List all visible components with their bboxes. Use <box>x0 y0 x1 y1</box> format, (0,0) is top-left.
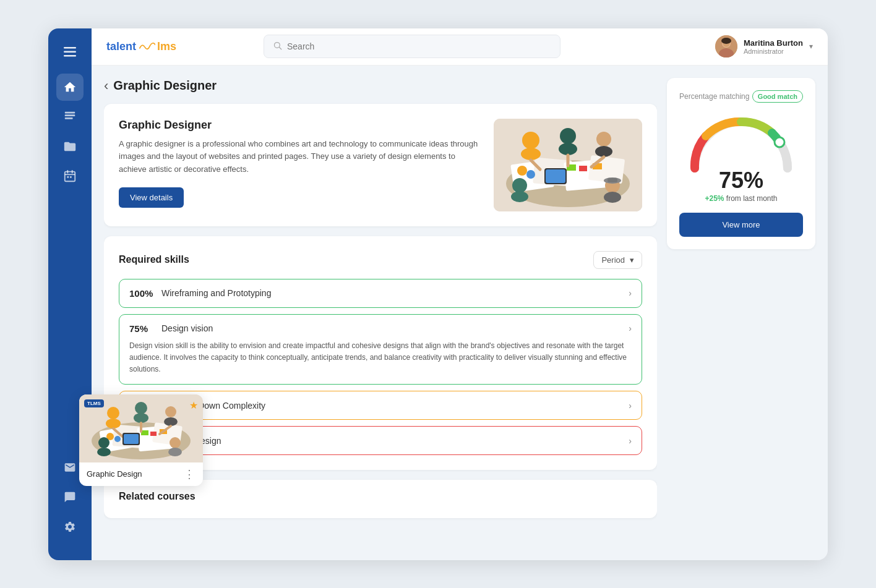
role-title: Graphic Designer <box>119 119 479 132</box>
skill-pct-wireframing: 100% <box>129 288 161 299</box>
gauge-chart <box>685 113 797 174</box>
svg-point-44 <box>721 38 731 44</box>
role-info: Graphic Designer A graphic designer is a… <box>119 119 479 208</box>
skill-row: 100% Wireframing and Prototyping › <box>129 288 632 299</box>
page-header: ‹ Graphic Designer <box>104 78 657 94</box>
svg-point-19 <box>114 436 121 442</box>
svg-rect-11 <box>70 176 72 178</box>
card-popup-image: TLMS ★ <box>79 394 203 462</box>
logo: talent lms <box>106 40 176 53</box>
svg-point-64 <box>512 178 527 193</box>
svg-point-28 <box>164 417 178 426</box>
good-match-badge: Good match <box>752 90 803 103</box>
gauge-percentage: 75% <box>719 169 763 192</box>
match-header: Percentage matching Good match <box>679 90 803 103</box>
navbar-right: Maritina Burton Administrator ▾ <box>715 35 813 58</box>
svg-rect-3 <box>65 111 75 113</box>
match-card: Percentage matching Good match <box>667 78 815 249</box>
period-select[interactable]: Period ▾ <box>593 251 642 269</box>
svg-rect-70 <box>608 178 617 182</box>
svg-point-68 <box>604 192 621 203</box>
skill-chevron-wireframing: › <box>629 288 632 298</box>
skill-chevron-breaking-down: › <box>629 401 632 411</box>
card-popup-badge: TLMS <box>84 399 104 407</box>
svg-point-25 <box>135 402 147 414</box>
skill-chevron-design-vision: › <box>629 323 632 333</box>
related-courses-title: Related courses <box>119 491 642 507</box>
page-title: Graphic Designer <box>113 79 217 93</box>
back-button[interactable]: ‹ <box>104 78 108 94</box>
view-more-button[interactable]: View more <box>679 213 803 237</box>
svg-point-62 <box>596 132 611 147</box>
svg-point-26 <box>134 413 148 423</box>
skills-header: Required skills Period ▾ <box>119 251 642 269</box>
svg-point-63 <box>595 146 612 157</box>
svg-point-32 <box>168 448 182 456</box>
sidebar-item-chat[interactable] <box>56 484 84 511</box>
card-popup-footer: Graphic Design ⋮ <box>79 462 203 486</box>
menu-icon[interactable] <box>55 38 85 69</box>
svg-rect-21 <box>150 432 157 436</box>
svg-point-27 <box>165 406 176 417</box>
search-icon <box>273 41 282 52</box>
role-description: A graphic designer is a professional who… <box>119 138 479 176</box>
card-popup-dots[interactable]: ⋮ <box>184 467 195 481</box>
role-card: Graphic Designer A graphic designer is a… <box>104 104 657 226</box>
period-label: Period <box>601 255 625 265</box>
svg-line-39 <box>279 47 281 49</box>
svg-rect-57 <box>546 169 565 183</box>
user-role: Administrator <box>744 48 803 55</box>
role-image <box>494 119 642 211</box>
svg-point-29 <box>98 437 110 448</box>
card-popup-star: ★ <box>189 399 198 411</box>
period-chevron-icon: ▾ <box>630 255 634 265</box>
svg-point-31 <box>170 437 181 448</box>
sidebar-item-calendar[interactable] <box>56 163 84 190</box>
content-area: ‹ Graphic Designer Graphic Designer A gr… <box>92 66 828 560</box>
skill-name-breaking-down: Breaking Down Complexity <box>161 401 629 411</box>
svg-point-24 <box>106 419 121 428</box>
svg-rect-10 <box>67 176 69 178</box>
view-details-button[interactable]: View details <box>119 187 184 208</box>
skill-item-design-vision[interactable]: 75% Design vision › Design vision skill … <box>119 314 642 385</box>
search-bar[interactable] <box>264 35 560 58</box>
gauge-change-text: from last month <box>726 194 778 203</box>
svg-rect-54 <box>579 166 587 171</box>
skill-name-graphic-design: Graphic Design <box>161 436 629 446</box>
skill-chevron-graphic-design: › <box>629 436 632 446</box>
svg-point-52 <box>526 170 535 179</box>
svg-point-60 <box>560 128 576 144</box>
role-card-inner: Graphic Designer A graphic designer is a… <box>119 119 642 211</box>
logo-lms: lms <box>157 40 176 53</box>
svg-point-30 <box>97 448 111 456</box>
skill-row-graphic-design: 0% Graphic Design › <box>129 435 632 446</box>
sidebar-item-courses[interactable] <box>56 103 84 130</box>
skills-title: Required skills <box>119 254 189 265</box>
sidebar-item-settings[interactable] <box>56 513 84 540</box>
skill-row-breaking-down: 50% Breaking Down Complexity › <box>129 400 632 411</box>
svg-point-58 <box>522 132 539 149</box>
svg-rect-0 <box>64 47 76 49</box>
navbar: talent lms <box>92 28 828 66</box>
gauge-container: 75% +25% from last month <box>679 113 803 203</box>
skill-name-design-vision: Design vision <box>161 323 629 333</box>
svg-rect-37 <box>124 434 139 444</box>
sidebar-item-home[interactable] <box>56 74 84 101</box>
svg-rect-1 <box>64 51 76 53</box>
svg-rect-4 <box>65 114 75 116</box>
skill-pct-design-vision: 75% <box>129 323 161 334</box>
sidebar-item-folder[interactable] <box>56 133 84 160</box>
user-name: Maritina Burton <box>744 38 803 48</box>
skill-name-wireframing: Wireframing and Prototyping <box>161 288 629 298</box>
avatar <box>715 35 737 58</box>
chevron-down-icon[interactable]: ▾ <box>809 42 813 51</box>
skill-desc-design-vision: Design vision skill is the ability to en… <box>129 340 632 376</box>
logo-talent: talent <box>106 40 136 53</box>
skill-item-wireframing[interactable]: 100% Wireframing and Prototyping › <box>119 279 642 308</box>
svg-rect-2 <box>64 55 76 57</box>
right-panel: Percentage matching Good match <box>667 78 815 548</box>
svg-point-61 <box>559 143 577 155</box>
svg-rect-5 <box>65 117 73 119</box>
svg-point-59 <box>521 148 541 160</box>
search-input[interactable] <box>287 41 551 51</box>
